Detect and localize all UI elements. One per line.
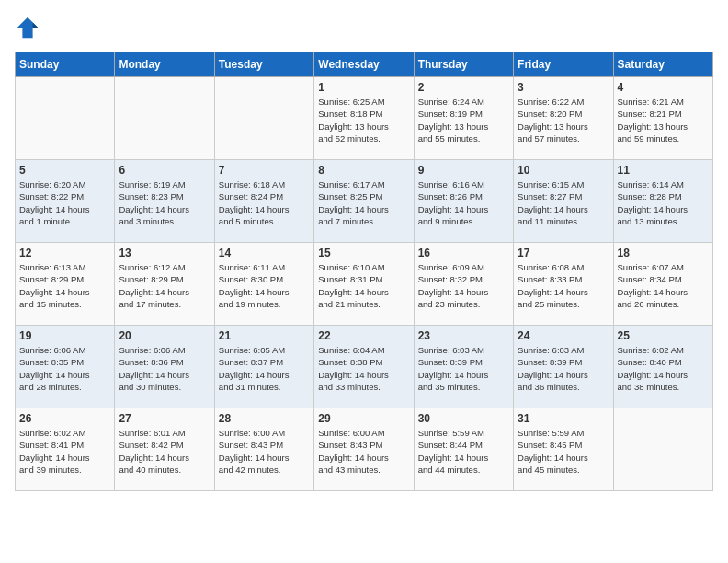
day-info: Sunrise: 6:09 AM Sunset: 8:32 PM Dayligh… [418, 261, 509, 310]
calendar-cell: 19Sunrise: 6:06 AM Sunset: 8:35 PM Dayli… [16, 326, 115, 408]
day-number: 21 [219, 329, 310, 342]
day-info: Sunrise: 6:15 AM Sunset: 8:27 PM Dayligh… [518, 178, 609, 227]
calendar-cell: 2Sunrise: 6:24 AM Sunset: 8:19 PM Daylig… [414, 77, 513, 160]
calendar-cell: 30Sunrise: 5:59 AM Sunset: 8:44 PM Dayli… [414, 408, 513, 491]
weekday-header-friday: Friday [514, 52, 613, 77]
calendar-cell: 11Sunrise: 6:14 AM Sunset: 8:28 PM Dayli… [613, 160, 712, 243]
calendar-cell: 9Sunrise: 6:16 AM Sunset: 8:26 PM Daylig… [414, 160, 513, 243]
calendar-cell: 25Sunrise: 6:02 AM Sunset: 8:40 PM Dayli… [613, 326, 712, 408]
day-info: Sunrise: 6:14 AM Sunset: 8:28 PM Dayligh… [618, 178, 709, 227]
calendar-cell: 28Sunrise: 6:00 AM Sunset: 8:43 PM Dayli… [214, 408, 313, 491]
calendar-cell: 23Sunrise: 6:03 AM Sunset: 8:39 PM Dayli… [414, 326, 513, 408]
day-number: 26 [19, 412, 110, 425]
day-number: 29 [318, 412, 409, 425]
day-number: 25 [618, 329, 709, 342]
weekday-header-saturday: Saturday [613, 52, 712, 77]
weekday-header-monday: Monday [115, 52, 214, 77]
calendar-cell [16, 77, 115, 160]
day-info: Sunrise: 6:05 AM Sunset: 8:37 PM Dayligh… [219, 344, 310, 393]
page-header [15, 15, 713, 40]
day-number: 31 [518, 412, 609, 425]
day-number: 30 [418, 412, 509, 425]
week-row-4: 19Sunrise: 6:06 AM Sunset: 8:35 PM Dayli… [16, 326, 713, 408]
calendar-cell: 3Sunrise: 6:22 AM Sunset: 8:20 PM Daylig… [514, 77, 613, 160]
day-info: Sunrise: 6:00 AM Sunset: 8:43 PM Dayligh… [219, 427, 310, 476]
day-number: 11 [618, 164, 709, 177]
day-info: Sunrise: 6:08 AM Sunset: 8:33 PM Dayligh… [518, 261, 609, 310]
calendar-cell: 1Sunrise: 6:25 AM Sunset: 8:18 PM Daylig… [314, 77, 414, 160]
calendar-cell: 12Sunrise: 6:13 AM Sunset: 8:29 PM Dayli… [16, 243, 115, 326]
day-number: 6 [119, 164, 210, 177]
day-number: 24 [518, 329, 609, 342]
day-info: Sunrise: 6:10 AM Sunset: 8:31 PM Dayligh… [318, 261, 409, 310]
calendar-cell: 10Sunrise: 6:15 AM Sunset: 8:27 PM Dayli… [514, 160, 613, 243]
day-info: Sunrise: 6:11 AM Sunset: 8:30 PM Dayligh… [219, 261, 310, 310]
calendar-cell: 20Sunrise: 6:06 AM Sunset: 8:36 PM Dayli… [115, 326, 214, 408]
calendar-cell: 6Sunrise: 6:19 AM Sunset: 8:23 PM Daylig… [115, 160, 214, 243]
calendar-cell: 29Sunrise: 6:00 AM Sunset: 8:43 PM Dayli… [314, 408, 414, 491]
calendar-cell: 8Sunrise: 6:17 AM Sunset: 8:25 PM Daylig… [314, 160, 414, 243]
calendar-cell: 22Sunrise: 6:04 AM Sunset: 8:38 PM Dayli… [314, 326, 414, 408]
day-info: Sunrise: 6:17 AM Sunset: 8:25 PM Dayligh… [318, 178, 409, 227]
calendar-cell [214, 77, 313, 160]
day-number: 15 [318, 247, 409, 259]
week-row-3: 12Sunrise: 6:13 AM Sunset: 8:29 PM Dayli… [16, 243, 713, 326]
day-info: Sunrise: 6:22 AM Sunset: 8:20 PM Dayligh… [518, 96, 609, 144]
day-number: 20 [119, 329, 210, 342]
day-info: Sunrise: 6:03 AM Sunset: 8:39 PM Dayligh… [418, 344, 509, 393]
day-info: Sunrise: 6:04 AM Sunset: 8:38 PM Dayligh… [318, 344, 409, 393]
day-number: 16 [418, 247, 509, 259]
weekday-header-wednesday: Wednesday [314, 52, 414, 77]
calendar-cell: 17Sunrise: 6:08 AM Sunset: 8:33 PM Dayli… [514, 243, 613, 326]
day-info: Sunrise: 6:21 AM Sunset: 8:21 PM Dayligh… [618, 96, 709, 144]
calendar-cell: 18Sunrise: 6:07 AM Sunset: 8:34 PM Dayli… [613, 243, 712, 326]
calendar-cell: 4Sunrise: 6:21 AM Sunset: 8:21 PM Daylig… [613, 77, 712, 160]
weekday-header-row: SundayMondayTuesdayWednesdayThursdayFrid… [16, 52, 713, 77]
day-number: 13 [119, 247, 210, 259]
day-info: Sunrise: 6:01 AM Sunset: 8:42 PM Dayligh… [119, 427, 210, 476]
day-number: 8 [318, 164, 409, 177]
day-info: Sunrise: 6:18 AM Sunset: 8:24 PM Dayligh… [219, 178, 310, 227]
calendar-cell [613, 408, 712, 491]
day-number: 23 [418, 329, 509, 342]
day-number: 19 [19, 329, 110, 342]
day-number: 18 [618, 247, 709, 259]
day-info: Sunrise: 6:02 AM Sunset: 8:40 PM Dayligh… [618, 344, 709, 393]
calendar-cell: 24Sunrise: 6:03 AM Sunset: 8:39 PM Dayli… [514, 326, 613, 408]
day-number: 5 [19, 164, 110, 177]
weekday-header-tuesday: Tuesday [214, 52, 313, 77]
day-info: Sunrise: 6:12 AM Sunset: 8:29 PM Dayligh… [119, 261, 210, 310]
day-number: 2 [418, 81, 509, 94]
day-number: 28 [219, 412, 310, 425]
calendar-cell: 14Sunrise: 6:11 AM Sunset: 8:30 PM Dayli… [214, 243, 313, 326]
day-info: Sunrise: 6:03 AM Sunset: 8:39 PM Dayligh… [518, 344, 609, 393]
calendar-cell: 7Sunrise: 6:18 AM Sunset: 8:24 PM Daylig… [214, 160, 313, 243]
day-info: Sunrise: 6:25 AM Sunset: 8:18 PM Dayligh… [318, 96, 409, 144]
day-number: 14 [219, 247, 310, 259]
day-info: Sunrise: 6:06 AM Sunset: 8:35 PM Dayligh… [19, 344, 110, 393]
logo-icon [15, 15, 40, 40]
calendar-cell: 31Sunrise: 5:59 AM Sunset: 8:45 PM Dayli… [514, 408, 613, 491]
calendar-cell: 21Sunrise: 6:05 AM Sunset: 8:37 PM Dayli… [214, 326, 313, 408]
calendar-table: SundayMondayTuesdayWednesdayThursdayFrid… [15, 52, 713, 491]
day-info: Sunrise: 6:07 AM Sunset: 8:34 PM Dayligh… [618, 261, 709, 310]
calendar-cell: 27Sunrise: 6:01 AM Sunset: 8:42 PM Dayli… [115, 408, 214, 491]
day-number: 4 [618, 81, 709, 94]
day-info: Sunrise: 5:59 AM Sunset: 8:44 PM Dayligh… [418, 427, 509, 476]
day-info: Sunrise: 6:00 AM Sunset: 8:43 PM Dayligh… [318, 427, 409, 476]
day-number: 27 [119, 412, 210, 425]
day-info: Sunrise: 6:24 AM Sunset: 8:19 PM Dayligh… [418, 96, 509, 144]
day-number: 10 [518, 164, 609, 177]
calendar-cell: 15Sunrise: 6:10 AM Sunset: 8:31 PM Dayli… [314, 243, 414, 326]
day-number: 7 [219, 164, 310, 177]
day-info: Sunrise: 6:02 AM Sunset: 8:41 PM Dayligh… [19, 427, 110, 476]
day-number: 22 [318, 329, 409, 342]
calendar-cell: 26Sunrise: 6:02 AM Sunset: 8:41 PM Dayli… [16, 408, 115, 491]
day-info: Sunrise: 6:13 AM Sunset: 8:29 PM Dayligh… [19, 261, 110, 310]
day-info: Sunrise: 5:59 AM Sunset: 8:45 PM Dayligh… [518, 427, 609, 476]
calendar-cell: 5Sunrise: 6:20 AM Sunset: 8:22 PM Daylig… [16, 160, 115, 243]
day-number: 1 [318, 81, 409, 94]
weekday-header-thursday: Thursday [414, 52, 513, 77]
calendar-cell: 13Sunrise: 6:12 AM Sunset: 8:29 PM Dayli… [115, 243, 214, 326]
weekday-header-sunday: Sunday [16, 52, 115, 77]
